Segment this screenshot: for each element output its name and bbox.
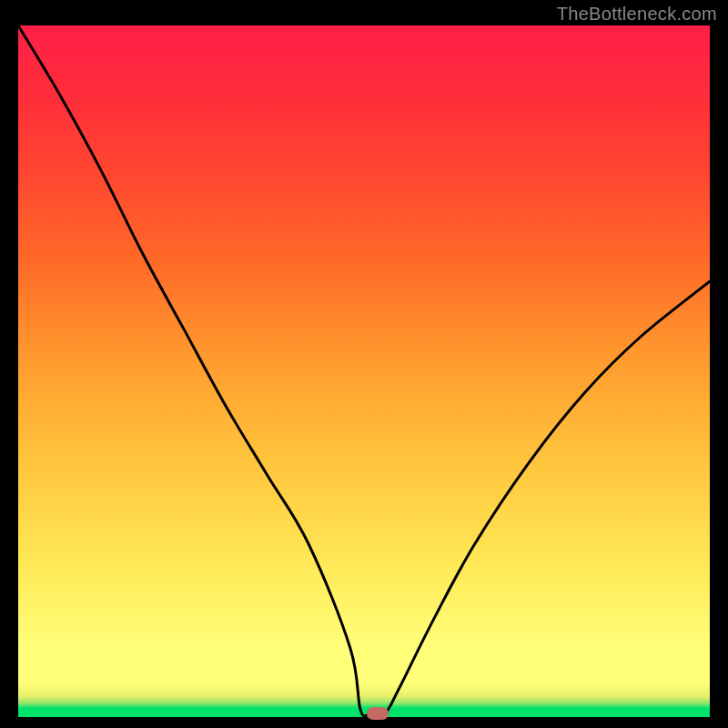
bottleneck-curve [18, 25, 710, 717]
chart-frame: TheBottleneck.com [0, 0, 728, 728]
optimum-marker [367, 707, 389, 720]
watermark-text: TheBottleneck.com [557, 4, 717, 25]
plot-area [18, 25, 710, 717]
